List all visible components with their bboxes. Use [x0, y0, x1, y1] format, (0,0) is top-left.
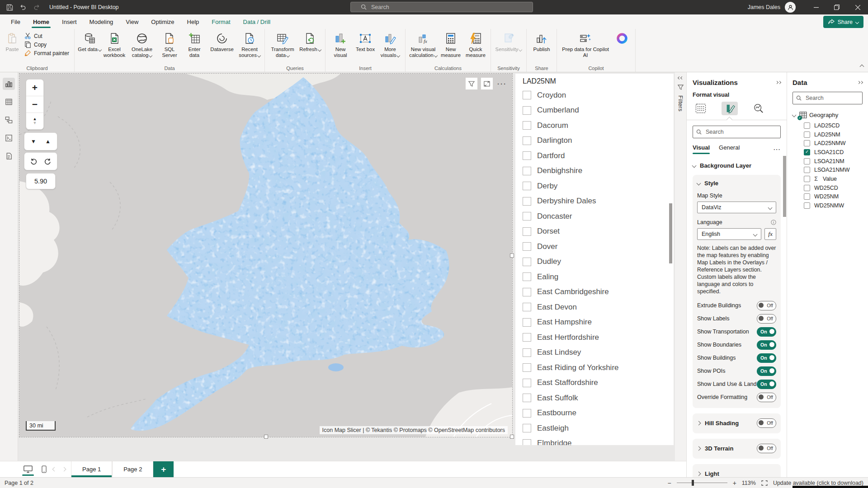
toggle-switch[interactable]: On [757, 340, 776, 350]
undo-icon[interactable] [19, 4, 27, 11]
copy-button[interactable]: Copy [23, 41, 71, 48]
slicer-item[interactable]: Cumberland [523, 103, 674, 118]
slicer-scrollbar-thumb[interactable] [669, 203, 672, 263]
prep-data-for-copilot-button[interactable]: Prep data for Copilot AI [560, 31, 611, 59]
slicer-checkbox[interactable] [523, 182, 531, 190]
ribbon-tab[interactable]: Format [205, 14, 236, 29]
dataverse-button[interactable]: Dataverse [208, 31, 236, 52]
zoom-in-status-icon[interactable]: + [733, 479, 736, 487]
slicer-item[interactable]: Ealing [523, 269, 674, 285]
ribbon-tab[interactable]: Data / Drill [237, 14, 277, 29]
user-name[interactable]: James Dales [748, 4, 780, 10]
filters-pane-title[interactable]: Filters [677, 95, 684, 111]
slicer-item[interactable]: Dover [523, 239, 674, 254]
map-style-dropdown[interactable]: DataViz [697, 202, 776, 213]
slicer-checkbox[interactable] [523, 212, 531, 221]
slicer-item[interactable]: Dorset [523, 224, 674, 239]
more-format-options-icon[interactable]: ··· [774, 146, 781, 153]
filter-funnel-icon[interactable] [465, 77, 478, 90]
field-checkbox[interactable] [804, 193, 810, 200]
field-row[interactable]: Σ LAD25NM [793, 130, 863, 139]
slicer-checkbox[interactable] [523, 227, 531, 236]
desktop-layout-button[interactable] [24, 461, 33, 478]
data-search[interactable] [793, 92, 863, 104]
data-search-input[interactable] [805, 94, 859, 102]
minimize-button[interactable] [806, 0, 826, 14]
slicer-item[interactable]: East Staffordshire [523, 375, 674, 391]
ribbon-tab[interactable]: Optimize [145, 14, 180, 29]
format-search[interactable] [693, 126, 781, 138]
table-view-button[interactable] [3, 96, 15, 108]
terrain-3d-card[interactable]: 3D Terrain Off [693, 439, 781, 459]
slicer-item[interactable]: Dudley [523, 254, 674, 270]
dax-query-view-button[interactable] [3, 132, 15, 144]
zoom-percent[interactable]: 113% [742, 480, 756, 486]
lad-slicer-visual[interactable]: LAD25NM Croydon Cumberland Da [515, 74, 674, 445]
field-row[interactable]: Σ LSOA21NM [793, 157, 863, 166]
new-visual-calculation-button[interactable]: fx New visual calculation [409, 31, 438, 59]
share-button[interactable]: Share [823, 16, 863, 28]
slicer-checkbox[interactable] [523, 379, 531, 387]
new-visual-button[interactable]: New visual [329, 31, 352, 59]
mobile-layout-button[interactable] [42, 461, 47, 478]
prev-page-icon[interactable] [52, 467, 57, 472]
slicer-item[interactable]: Eastbourne [523, 406, 674, 421]
text-box-button[interactable]: Text box [354, 31, 377, 52]
tmdl-view-button[interactable] [3, 150, 15, 162]
map-zoom-level[interactable]: 5.90 [26, 173, 56, 189]
field-row[interactable]: Σ Value [793, 174, 863, 183]
zoom-slider-handle[interactable] [692, 480, 694, 486]
field-row[interactable]: Σ WD25NM [793, 192, 863, 202]
paste-button[interactable]: Paste [3, 31, 21, 52]
redo-icon[interactable] [33, 4, 40, 11]
style-section-header[interactable]: Style [697, 180, 776, 187]
slicer-checkbox[interactable] [523, 272, 531, 281]
resize-handle-corner[interactable] [510, 435, 514, 439]
slicer-item[interactable]: Elmbridge [523, 436, 674, 446]
slicer-checkbox[interactable] [523, 288, 531, 296]
more-options-icon[interactable]: ··· [496, 80, 507, 88]
get-data-button[interactable]: Get data [78, 31, 101, 52]
format-visual-tab[interactable] [722, 102, 738, 115]
more-visuals-button[interactable]: More visuals [378, 31, 402, 59]
format-painter-button[interactable]: Format painter [23, 49, 71, 57]
slicer-item[interactable]: East Cambridgeshire [523, 285, 674, 300]
report-canvas[interactable]: ··· + − ▲▼ ▼ ▲ 5.90 30 mi Icon Map Slice… [18, 72, 686, 461]
slicer-checkbox[interactable] [523, 333, 531, 342]
zoom-in-button[interactable]: + [26, 80, 43, 96]
hill-shading-toggle[interactable]: Off [757, 418, 776, 428]
terrain-3d-toggle[interactable]: Off [757, 444, 776, 453]
field-checkbox[interactable] [804, 149, 810, 155]
ribbon-tab[interactable]: Modeling [83, 14, 120, 29]
background-layer-section[interactable]: Background Layer [693, 162, 781, 169]
slicer-checkbox[interactable] [523, 363, 531, 372]
tab-visual[interactable]: Visual [693, 144, 710, 154]
zoom-out-status-icon[interactable]: − [667, 479, 671, 487]
onelake-catalog-button[interactable]: OneLake catalog [127, 31, 156, 59]
language-dropdown[interactable]: English [697, 228, 761, 240]
zoom-out-button[interactable]: − [26, 96, 43, 113]
map-visual[interactable]: ··· + − ▲▼ ▼ ▲ 5.90 30 mi Icon Map Slice… [19, 74, 512, 437]
field-row[interactable]: Σ LSOA21NMW [793, 165, 863, 174]
field-checkbox[interactable] [804, 122, 810, 129]
resize-handle-right[interactable] [510, 253, 514, 258]
resize-handle-bottom[interactable] [264, 435, 268, 439]
ribbon-tab[interactable]: Home [27, 14, 56, 29]
field-checkbox[interactable] [804, 176, 810, 182]
field-row[interactable]: Σ LAD25NMW [793, 139, 863, 148]
recent-sources-button[interactable]: Recent sources [238, 31, 261, 59]
slicer-item[interactable]: Derbyshire Dales [523, 194, 674, 209]
build-visual-tab[interactable] [693, 102, 709, 115]
conditional-formatting-fx-button[interactable]: fx [764, 228, 776, 240]
quick-measure-button[interactable]: Quick measure [464, 31, 487, 59]
field-checkbox[interactable] [804, 185, 810, 191]
transform-data-button[interactable]: Transform data [268, 31, 297, 59]
field-row[interactable]: Σ LSOA21CD [793, 148, 863, 157]
toggle-switch[interactable]: Off [757, 393, 776, 402]
slicer-item[interactable]: Croydon [523, 88, 674, 103]
ribbon-tab[interactable]: File [5, 14, 27, 29]
rotate-cw-icon[interactable] [44, 158, 52, 165]
slicer-item[interactable]: Darlington [523, 133, 674, 149]
next-page-icon[interactable] [62, 467, 66, 472]
collapse-pane-icon[interactable] [858, 81, 863, 84]
